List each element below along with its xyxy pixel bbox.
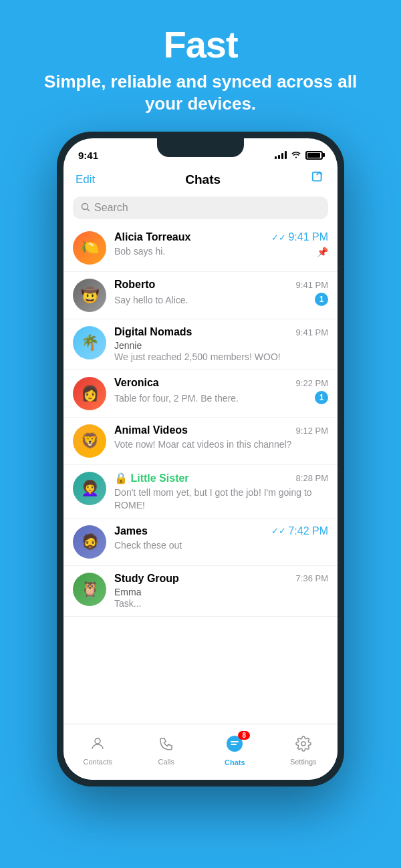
chat-message-digital: We just reached 2,500 members! WOO!: [114, 351, 281, 362]
avatar-alicia: 🍋: [73, 231, 106, 265]
phone-screen: 9:41: [63, 138, 338, 780]
hero-section: Fast Simple, reliable and synced across …: [0, 0, 401, 132]
chat-content-alicia: Alicia Torreaux ✓✓ 9:41 PM Bob says hi. …: [114, 231, 328, 257]
hero-subtitle: Simple, reliable and synced across all y…: [0, 71, 401, 116]
chat-name-alicia: Alicia Torreaux: [114, 231, 190, 243]
signal-bars-icon: [275, 151, 287, 159]
lock-icon: 🔒: [114, 472, 128, 484]
nav-bar: Edit Chats: [63, 168, 338, 194]
chat-time-roberto: 9:41 PM: [296, 280, 328, 290]
tab-settings-label: Settings: [290, 758, 317, 766]
calls-icon: [158, 736, 174, 756]
chat-time-animal: 9:12 PM: [296, 426, 328, 436]
chat-item-study[interactable]: 🦉 Study Group 7:36 PM Emma Task...: [63, 566, 338, 617]
chats-badge: 8: [238, 731, 250, 740]
chat-item-sister[interactable]: 👩‍🦱 🔒 Little Sister 8:28 PM Don't tell m…: [63, 465, 338, 518]
signal-bar-3: [281, 153, 283, 159]
chat-sender-study: Emma: [114, 587, 328, 597]
chat-content-study: Study Group 7:36 PM Emma Task...: [114, 573, 328, 609]
avatar-sister: 👩‍🦱: [73, 472, 106, 505]
chat-item-alicia[interactable]: 🍋 Alicia Torreaux ✓✓ 9:41 PM Bob says hi…: [63, 225, 338, 272]
chat-list: 🍋 Alicia Torreaux ✓✓ 9:41 PM Bob says hi…: [63, 225, 338, 724]
avatar-animal: 🦁: [73, 424, 106, 458]
nav-title: Chats: [185, 172, 221, 187]
settings-icon: [295, 736, 311, 756]
battery-icon: [305, 151, 323, 160]
avatar-roberto: 🤠: [73, 279, 106, 312]
chat-message-sister: Don't tell mom yet, but I got the job! I…: [114, 487, 312, 510]
chat-message-study: Task...: [114, 598, 141, 609]
chat-name-sister: 🔒 Little Sister: [114, 472, 189, 484]
svg-point-4: [301, 742, 305, 746]
tab-contacts-label: Contacts: [84, 758, 112, 766]
chat-content-james: James ✓✓ 7:42 PM Check these out: [114, 525, 328, 551]
chat-name-james: James: [114, 525, 148, 537]
chat-name-roberto: Roberto: [114, 279, 155, 291]
chat-item-james[interactable]: 🧔 James ✓✓ 7:42 PM Check these out: [63, 519, 338, 566]
chat-message-roberto: Say hello to Alice.: [114, 294, 188, 306]
search-placeholder: Search: [94, 202, 128, 214]
chats-icon: [226, 739, 243, 756]
avatar-veronica: 👩: [73, 377, 106, 410]
tab-bar: Contacts Calls: [63, 724, 338, 780]
chat-content-veronica: Veronica 9:22 PM Table for four, 2 PM. B…: [114, 377, 328, 404]
edit-button[interactable]: Edit: [76, 173, 95, 186]
chat-time-digital: 9:41 PM: [296, 327, 328, 337]
chat-item-animal[interactable]: 🦁 Animal Videos 9:12 PM Vote now! Moar c…: [63, 418, 338, 465]
tab-contacts[interactable]: Contacts: [63, 730, 132, 772]
signal-bar-2: [278, 155, 280, 159]
badge-veronica: 1: [315, 391, 328, 404]
badge-roberto: 1: [315, 293, 328, 306]
search-icon: [81, 202, 90, 214]
chat-time-sister: 8:28 PM: [296, 473, 328, 483]
chat-time-alicia: ✓✓ 9:41 PM: [271, 231, 328, 243]
tab-chats-label: Chats: [225, 758, 245, 766]
tab-calls-label: Calls: [158, 758, 174, 766]
double-check-icon-james: ✓✓: [271, 526, 286, 536]
chat-content-animal: Animal Videos 9:12 PM Vote now! Moar cat…: [114, 424, 328, 450]
signal-bar-4: [285, 151, 287, 159]
chat-name-veronica: Veronica: [114, 377, 159, 389]
tab-calls[interactable]: Calls: [132, 730, 201, 772]
chat-name-animal: Animal Videos: [114, 424, 188, 436]
status-time: 9:41: [78, 150, 98, 161]
hero-title: Fast: [0, 24, 401, 65]
chat-message-animal: Vote now! Moar cat videos in this channe…: [114, 439, 291, 450]
chat-time-study: 7:36 PM: [296, 573, 328, 583]
wifi-icon: [291, 150, 301, 160]
compose-button[interactable]: [311, 170, 325, 188]
chat-name-study: Study Group: [114, 573, 179, 585]
notch: [157, 138, 244, 157]
chat-item-roberto[interactable]: 🤠 Roberto 9:41 PM Say hello to Alice. 1: [63, 272, 338, 319]
phone-frame: 9:41: [57, 132, 344, 786]
chat-message-james: Check these out: [114, 540, 182, 551]
chat-message-alicia: Bob says hi.: [114, 245, 165, 257]
tab-settings[interactable]: Settings: [269, 730, 338, 772]
chat-item-veronica[interactable]: 👩 Veronica 9:22 PM Table for four, 2 PM.…: [63, 370, 338, 418]
status-icons: [275, 150, 323, 160]
chat-content-roberto: Roberto 9:41 PM Say hello to Alice. 1: [114, 279, 328, 306]
chat-content-digital: Digital Nomads 9:41 PM Jennie We just re…: [114, 326, 328, 363]
signal-bar-1: [275, 156, 277, 159]
contacts-icon: [90, 736, 106, 756]
chat-content-sister: 🔒 Little Sister 8:28 PM Don't tell mom y…: [114, 472, 328, 511]
pin-icon: 📌: [317, 247, 328, 257]
chat-message-veronica: Table for four, 2 PM. Be there.: [114, 392, 239, 404]
search-container: Search: [63, 194, 338, 225]
chat-sender-digital: Jennie: [114, 340, 328, 351]
avatar-digital: 🌴: [73, 326, 106, 359]
chat-item-digital[interactable]: 🌴 Digital Nomads 9:41 PM Jennie We just …: [63, 319, 338, 370]
search-bar[interactable]: Search: [73, 196, 328, 219]
double-check-icon: ✓✓: [271, 233, 286, 243]
battery-fill: [307, 153, 320, 158]
phone-container: 9:41: [0, 132, 401, 786]
chat-time-veronica: 9:22 PM: [296, 378, 328, 388]
tab-chats[interactable]: 8 Chats: [200, 730, 269, 772]
avatar-james: 🧔: [73, 525, 106, 559]
svg-point-2: [95, 738, 100, 744]
avatar-study: 🦉: [73, 573, 106, 606]
tab-chats-wrapper: 8: [226, 735, 243, 756]
chat-time-james: ✓✓ 7:42 PM: [271, 525, 328, 537]
chat-name-digital: Digital Nomads: [114, 326, 192, 338]
